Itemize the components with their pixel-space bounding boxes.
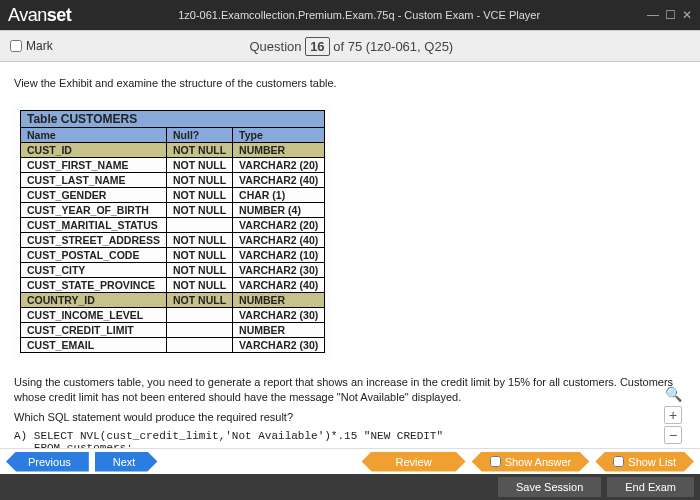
cell-null xyxy=(167,338,233,353)
cell-null: NOT NULL xyxy=(167,158,233,173)
cell-null: NOT NULL xyxy=(167,233,233,248)
question-bar: Mark Question 16 of 75 (1z0-061, Q25) xyxy=(0,30,700,62)
table-row: CUST_MARITIAL_STATUSVARCHAR2 (20) xyxy=(21,218,325,233)
next-button[interactable]: Next xyxy=(95,452,158,472)
footer: Previous Next Review Show Answer Show Li… xyxy=(0,448,700,500)
table-row: CUST_STATE_PROVINCENOT NULLVARCHAR2 (40) xyxy=(21,278,325,293)
cell-type: VARCHAR2 (20) xyxy=(233,158,325,173)
zoom-in-button[interactable]: + xyxy=(664,406,682,424)
show-answer-checkbox[interactable] xyxy=(490,456,501,467)
save-session-button[interactable]: Save Session xyxy=(498,477,601,497)
cell-null: NOT NULL xyxy=(167,203,233,218)
cell-type: NUMBER xyxy=(233,143,325,158)
show-list-toggle[interactable]: Show List xyxy=(595,452,694,472)
cell-name: CUST_CREDIT_LIMIT xyxy=(21,323,167,338)
cell-null: NOT NULL xyxy=(167,293,233,308)
cell-name: CUST_FIRST_NAME xyxy=(21,158,167,173)
show-list-checkbox[interactable] xyxy=(613,456,624,467)
cell-type: VARCHAR2 (20) xyxy=(233,218,325,233)
title-bar: Avanset 1z0-061.Examcollection.Premium.E… xyxy=(0,0,700,30)
mark-checkbox[interactable] xyxy=(10,40,22,52)
cell-type: CHAR (1) xyxy=(233,188,325,203)
mark-checkbox-wrap[interactable]: Mark xyxy=(10,39,53,53)
table-row: CUST_INCOME_LEVELVARCHAR2 (30) xyxy=(21,308,325,323)
cell-name: CUST_STATE_PROVINCE xyxy=(21,278,167,293)
cell-name: CUST_LAST_NAME xyxy=(21,173,167,188)
exhibit-table-wrap: Table CUSTOMERS Name Null? Type CUST_IDN… xyxy=(14,104,331,359)
cell-name: CUST_INCOME_LEVEL xyxy=(21,308,167,323)
question-prompt: Which SQL statement would produce the re… xyxy=(14,410,686,424)
end-exam-button[interactable]: End Exam xyxy=(607,477,694,497)
close-icon[interactable]: ✕ xyxy=(682,8,692,22)
window-title: 1z0-061.Examcollection.Premium.Exam.75q … xyxy=(71,9,647,21)
cell-null: NOT NULL xyxy=(167,278,233,293)
zoom-out-button[interactable]: − xyxy=(664,426,682,444)
question-progress: Question 16 of 75 (1z0-061, Q25) xyxy=(53,37,650,56)
question-body: Using the customers table, you need to g… xyxy=(14,375,686,404)
table-row: COUNTRY_IDNOT NULLNUMBER xyxy=(21,293,325,308)
app-logo: Avanset xyxy=(8,5,71,26)
table-row: CUST_STREET_ADDRESSNOT NULLVARCHAR2 (40) xyxy=(21,233,325,248)
cell-null: NOT NULL xyxy=(167,248,233,263)
cell-name: COUNTRY_ID xyxy=(21,293,167,308)
table-row: CUST_IDNOT NULLNUMBER xyxy=(21,143,325,158)
col-null: Null? xyxy=(167,128,233,143)
cell-type: NUMBER xyxy=(233,323,325,338)
content-area[interactable]: View the Exhibit and examine the structu… xyxy=(0,62,700,448)
cell-type: VARCHAR2 (40) xyxy=(233,233,325,248)
table-header-row: Name Null? Type xyxy=(21,128,325,143)
customers-table: Table CUSTOMERS Name Null? Type CUST_IDN… xyxy=(20,110,325,353)
cell-name: CUST_STREET_ADDRESS xyxy=(21,233,167,248)
review-button[interactable]: Review xyxy=(362,452,466,472)
question-word: Question xyxy=(249,39,301,54)
window-controls: — ☐ ✕ xyxy=(647,8,692,22)
cell-type: NUMBER (4) xyxy=(233,203,325,218)
cell-type: VARCHAR2 (40) xyxy=(233,278,325,293)
table-row: CUST_EMAILVARCHAR2 (30) xyxy=(21,338,325,353)
cell-null xyxy=(167,323,233,338)
table-row: CUST_YEAR_OF_BIRTHNOT NULLNUMBER (4) xyxy=(21,203,325,218)
cell-type: VARCHAR2 (30) xyxy=(233,263,325,278)
cell-type: NUMBER xyxy=(233,293,325,308)
maximize-icon[interactable]: ☐ xyxy=(665,8,676,22)
cell-null xyxy=(167,218,233,233)
zoom-controls: 🔍 + − xyxy=(664,386,682,444)
footer-row-2: Save Session End Exam xyxy=(0,474,700,500)
col-name: Name xyxy=(21,128,167,143)
cell-name: CUST_POSTAL_CODE xyxy=(21,248,167,263)
show-answer-toggle[interactable]: Show Answer xyxy=(472,452,590,472)
table-row: CUST_GENDERNOT NULLCHAR (1) xyxy=(21,188,325,203)
cell-name: CUST_CITY xyxy=(21,263,167,278)
cell-type: VARCHAR2 (30) xyxy=(233,308,325,323)
question-number: 16 xyxy=(305,37,329,56)
cell-type: VARCHAR2 (30) xyxy=(233,338,325,353)
mark-label: Mark xyxy=(26,39,53,53)
table-row: CUST_LAST_NAMENOT NULLVARCHAR2 (40) xyxy=(21,173,325,188)
cell-name: CUST_ID xyxy=(21,143,167,158)
cell-null: NOT NULL xyxy=(167,173,233,188)
cell-null: NOT NULL xyxy=(167,263,233,278)
cell-null: NOT NULL xyxy=(167,188,233,203)
cell-name: CUST_EMAIL xyxy=(21,338,167,353)
question-total: of 75 (1z0-061, Q25) xyxy=(333,39,453,54)
col-type: Type xyxy=(233,128,325,143)
cell-name: CUST_MARITIAL_STATUS xyxy=(21,218,167,233)
cell-name: CUST_GENDER xyxy=(21,188,167,203)
cell-type: VARCHAR2 (10) xyxy=(233,248,325,263)
table-row: CUST_FIRST_NAMENOT NULLVARCHAR2 (20) xyxy=(21,158,325,173)
show-list-label: Show List xyxy=(628,456,676,468)
option-a: A) SELECT NVL(cust_credit_limit,'Not Ava… xyxy=(14,430,686,448)
cell-null: NOT NULL xyxy=(167,143,233,158)
show-answer-label: Show Answer xyxy=(505,456,572,468)
table-row: CUST_CREDIT_LIMITNUMBER xyxy=(21,323,325,338)
question-intro: View the Exhibit and examine the structu… xyxy=(14,76,686,90)
cell-name: CUST_YEAR_OF_BIRTH xyxy=(21,203,167,218)
magnify-icon[interactable]: 🔍 xyxy=(664,386,682,404)
cell-null xyxy=(167,308,233,323)
table-row: CUST_POSTAL_CODENOT NULLVARCHAR2 (10) xyxy=(21,248,325,263)
footer-row-1: Previous Next Review Show Answer Show Li… xyxy=(0,448,700,474)
minimize-icon[interactable]: — xyxy=(647,8,659,22)
table-title: Table CUSTOMERS xyxy=(21,111,325,128)
previous-button[interactable]: Previous xyxy=(6,452,89,472)
cell-type: VARCHAR2 (40) xyxy=(233,173,325,188)
